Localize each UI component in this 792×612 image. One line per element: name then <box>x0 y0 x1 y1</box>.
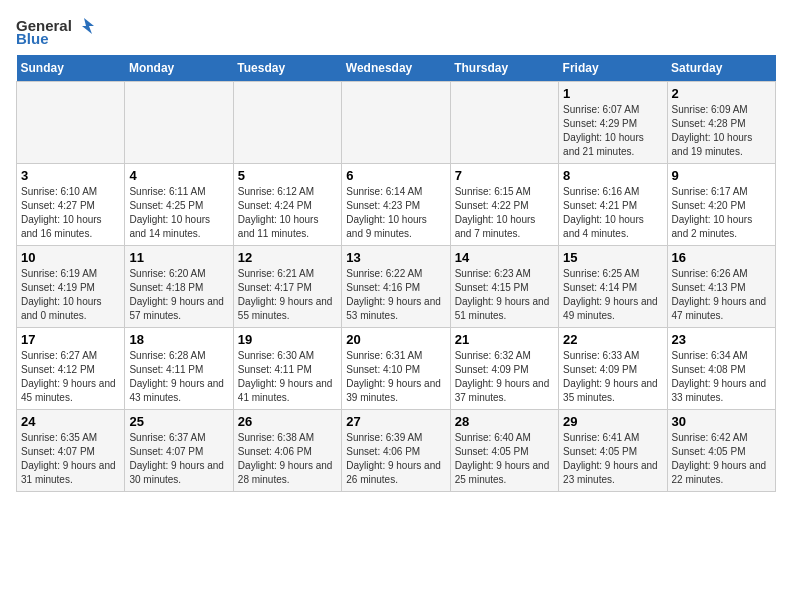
day-info: Sunrise: 6:31 AM Sunset: 4:10 PM Dayligh… <box>346 349 445 405</box>
day-info: Sunrise: 6:30 AM Sunset: 4:11 PM Dayligh… <box>238 349 337 405</box>
day-number: 11 <box>129 250 228 265</box>
header-row: SundayMondayTuesdayWednesdayThursdayFrid… <box>17 55 776 82</box>
logo-text: General Blue <box>16 16 94 47</box>
day-number: 24 <box>21 414 120 429</box>
day-number: 1 <box>563 86 662 101</box>
day-info: Sunrise: 6:28 AM Sunset: 4:11 PM Dayligh… <box>129 349 228 405</box>
day-number: 20 <box>346 332 445 347</box>
day-info: Sunrise: 6:21 AM Sunset: 4:17 PM Dayligh… <box>238 267 337 323</box>
calendar-cell: 29Sunrise: 6:41 AM Sunset: 4:05 PM Dayli… <box>559 410 667 492</box>
day-info: Sunrise: 6:07 AM Sunset: 4:29 PM Dayligh… <box>563 103 662 159</box>
logo-bird-icon <box>74 16 94 34</box>
calendar-cell: 14Sunrise: 6:23 AM Sunset: 4:15 PM Dayli… <box>450 246 558 328</box>
calendar-cell: 8Sunrise: 6:16 AM Sunset: 4:21 PM Daylig… <box>559 164 667 246</box>
header: General Blue <box>16 16 776 47</box>
day-number: 4 <box>129 168 228 183</box>
calendar-cell: 3Sunrise: 6:10 AM Sunset: 4:27 PM Daylig… <box>17 164 125 246</box>
calendar-cell <box>342 82 450 164</box>
day-number: 6 <box>346 168 445 183</box>
day-number: 12 <box>238 250 337 265</box>
day-info: Sunrise: 6:09 AM Sunset: 4:28 PM Dayligh… <box>672 103 771 159</box>
calendar-body: 1Sunrise: 6:07 AM Sunset: 4:29 PM Daylig… <box>17 82 776 492</box>
calendar-cell <box>233 82 341 164</box>
day-info: Sunrise: 6:17 AM Sunset: 4:20 PM Dayligh… <box>672 185 771 241</box>
day-number: 9 <box>672 168 771 183</box>
day-info: Sunrise: 6:34 AM Sunset: 4:08 PM Dayligh… <box>672 349 771 405</box>
day-number: 2 <box>672 86 771 101</box>
day-info: Sunrise: 6:15 AM Sunset: 4:22 PM Dayligh… <box>455 185 554 241</box>
calendar-week-0: 1Sunrise: 6:07 AM Sunset: 4:29 PM Daylig… <box>17 82 776 164</box>
calendar-cell: 11Sunrise: 6:20 AM Sunset: 4:18 PM Dayli… <box>125 246 233 328</box>
day-number: 30 <box>672 414 771 429</box>
day-number: 15 <box>563 250 662 265</box>
day-info: Sunrise: 6:35 AM Sunset: 4:07 PM Dayligh… <box>21 431 120 487</box>
svg-marker-0 <box>82 18 94 34</box>
day-info: Sunrise: 6:26 AM Sunset: 4:13 PM Dayligh… <box>672 267 771 323</box>
day-number: 10 <box>21 250 120 265</box>
day-number: 17 <box>21 332 120 347</box>
logo: General Blue <box>16 16 94 47</box>
day-info: Sunrise: 6:23 AM Sunset: 4:15 PM Dayligh… <box>455 267 554 323</box>
calendar-week-2: 10Sunrise: 6:19 AM Sunset: 4:19 PM Dayli… <box>17 246 776 328</box>
day-info: Sunrise: 6:37 AM Sunset: 4:07 PM Dayligh… <box>129 431 228 487</box>
day-number: 16 <box>672 250 771 265</box>
calendar-cell: 13Sunrise: 6:22 AM Sunset: 4:16 PM Dayli… <box>342 246 450 328</box>
day-info: Sunrise: 6:41 AM Sunset: 4:05 PM Dayligh… <box>563 431 662 487</box>
day-number: 7 <box>455 168 554 183</box>
calendar-cell: 25Sunrise: 6:37 AM Sunset: 4:07 PM Dayli… <box>125 410 233 492</box>
day-number: 23 <box>672 332 771 347</box>
day-number: 5 <box>238 168 337 183</box>
day-number: 27 <box>346 414 445 429</box>
day-info: Sunrise: 6:38 AM Sunset: 4:06 PM Dayligh… <box>238 431 337 487</box>
weekday-header-tuesday: Tuesday <box>233 55 341 82</box>
day-info: Sunrise: 6:16 AM Sunset: 4:21 PM Dayligh… <box>563 185 662 241</box>
calendar-cell <box>125 82 233 164</box>
day-info: Sunrise: 6:32 AM Sunset: 4:09 PM Dayligh… <box>455 349 554 405</box>
day-number: 14 <box>455 250 554 265</box>
calendar-week-3: 17Sunrise: 6:27 AM Sunset: 4:12 PM Dayli… <box>17 328 776 410</box>
day-number: 28 <box>455 414 554 429</box>
day-number: 13 <box>346 250 445 265</box>
calendar-week-4: 24Sunrise: 6:35 AM Sunset: 4:07 PM Dayli… <box>17 410 776 492</box>
calendar-cell: 4Sunrise: 6:11 AM Sunset: 4:25 PM Daylig… <box>125 164 233 246</box>
calendar-cell <box>450 82 558 164</box>
calendar-week-1: 3Sunrise: 6:10 AM Sunset: 4:27 PM Daylig… <box>17 164 776 246</box>
calendar-cell: 6Sunrise: 6:14 AM Sunset: 4:23 PM Daylig… <box>342 164 450 246</box>
day-number: 26 <box>238 414 337 429</box>
day-info: Sunrise: 6:14 AM Sunset: 4:23 PM Dayligh… <box>346 185 445 241</box>
calendar-cell: 26Sunrise: 6:38 AM Sunset: 4:06 PM Dayli… <box>233 410 341 492</box>
calendar-cell: 15Sunrise: 6:25 AM Sunset: 4:14 PM Dayli… <box>559 246 667 328</box>
calendar-cell: 20Sunrise: 6:31 AM Sunset: 4:10 PM Dayli… <box>342 328 450 410</box>
day-number: 19 <box>238 332 337 347</box>
calendar-cell: 28Sunrise: 6:40 AM Sunset: 4:05 PM Dayli… <box>450 410 558 492</box>
calendar-cell: 22Sunrise: 6:33 AM Sunset: 4:09 PM Dayli… <box>559 328 667 410</box>
calendar-table: SundayMondayTuesdayWednesdayThursdayFrid… <box>16 55 776 492</box>
day-info: Sunrise: 6:20 AM Sunset: 4:18 PM Dayligh… <box>129 267 228 323</box>
day-number: 3 <box>21 168 120 183</box>
calendar-cell: 24Sunrise: 6:35 AM Sunset: 4:07 PM Dayli… <box>17 410 125 492</box>
calendar-cell: 10Sunrise: 6:19 AM Sunset: 4:19 PM Dayli… <box>17 246 125 328</box>
calendar-cell: 16Sunrise: 6:26 AM Sunset: 4:13 PM Dayli… <box>667 246 775 328</box>
calendar-cell: 27Sunrise: 6:39 AM Sunset: 4:06 PM Dayli… <box>342 410 450 492</box>
calendar-cell: 7Sunrise: 6:15 AM Sunset: 4:22 PM Daylig… <box>450 164 558 246</box>
calendar-cell <box>17 82 125 164</box>
weekday-header-sunday: Sunday <box>17 55 125 82</box>
calendar-cell: 2Sunrise: 6:09 AM Sunset: 4:28 PM Daylig… <box>667 82 775 164</box>
day-number: 22 <box>563 332 662 347</box>
day-info: Sunrise: 6:10 AM Sunset: 4:27 PM Dayligh… <box>21 185 120 241</box>
day-number: 8 <box>563 168 662 183</box>
logo-blue: Blue <box>16 30 49 47</box>
day-info: Sunrise: 6:19 AM Sunset: 4:19 PM Dayligh… <box>21 267 120 323</box>
calendar-cell: 1Sunrise: 6:07 AM Sunset: 4:29 PM Daylig… <box>559 82 667 164</box>
day-number: 21 <box>455 332 554 347</box>
calendar-cell: 12Sunrise: 6:21 AM Sunset: 4:17 PM Dayli… <box>233 246 341 328</box>
weekday-header-thursday: Thursday <box>450 55 558 82</box>
calendar-cell: 19Sunrise: 6:30 AM Sunset: 4:11 PM Dayli… <box>233 328 341 410</box>
calendar-cell: 21Sunrise: 6:32 AM Sunset: 4:09 PM Dayli… <box>450 328 558 410</box>
day-info: Sunrise: 6:42 AM Sunset: 4:05 PM Dayligh… <box>672 431 771 487</box>
calendar-header: SundayMondayTuesdayWednesdayThursdayFrid… <box>17 55 776 82</box>
day-info: Sunrise: 6:27 AM Sunset: 4:12 PM Dayligh… <box>21 349 120 405</box>
day-info: Sunrise: 6:39 AM Sunset: 4:06 PM Dayligh… <box>346 431 445 487</box>
day-info: Sunrise: 6:12 AM Sunset: 4:24 PM Dayligh… <box>238 185 337 241</box>
day-number: 18 <box>129 332 228 347</box>
